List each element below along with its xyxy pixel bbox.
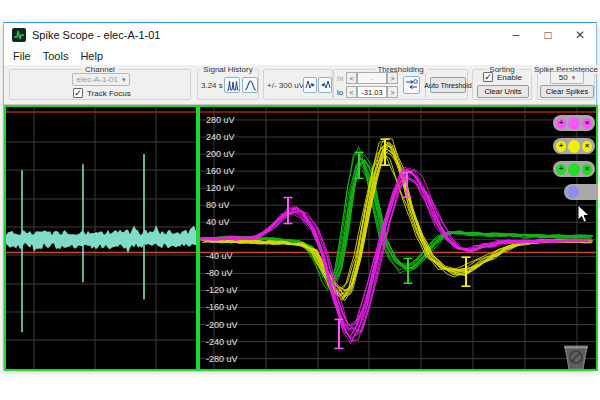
hi-threshold-increment[interactable]: > xyxy=(387,72,398,84)
y-axis-label: 120 uV xyxy=(206,183,235,193)
chevron-down-icon: ▾ xyxy=(122,76,126,84)
trash-icon[interactable] xyxy=(559,341,593,371)
range-decrease-button[interactable] xyxy=(303,77,317,93)
menu-file[interactable]: File xyxy=(10,48,40,64)
menu-bar: File Tools Help xyxy=(4,47,596,65)
sorting-enable-label: Enable xyxy=(497,73,522,82)
sorting-enable-checkbox[interactable]: ✓ Enable xyxy=(483,72,522,82)
chevron-down-icon: ▾ xyxy=(572,74,576,82)
app-icon xyxy=(12,28,26,42)
signal-history-group: Signal History 3.24 s xyxy=(197,69,259,100)
unit-1-add-button[interactable]: + xyxy=(556,118,566,129)
hi-threshold-field[interactable]: - xyxy=(357,72,387,84)
y-axis-label: 200 uV xyxy=(206,149,235,159)
toolbar: Channel elec-A-1-01 ▾ ✓ Track Focus Sign… xyxy=(4,65,596,105)
y-axis-label: -280 uV xyxy=(206,354,238,364)
menu-tools[interactable]: Tools xyxy=(40,48,78,64)
history-spikes-button[interactable] xyxy=(224,77,240,93)
lo-threshold-label: lo xyxy=(337,88,343,97)
unit-3-remove-button[interactable]: × xyxy=(582,164,592,175)
unit-2-add-button[interactable]: + xyxy=(556,141,566,152)
sorting-group: Sorting ✓ Enable Clear Units xyxy=(472,69,532,100)
wave-expand-icon xyxy=(320,79,331,91)
channel-selector-value: elec-A-1-01 xyxy=(77,75,118,84)
signal-history-duration: 3.24 s xyxy=(201,81,223,90)
spike-waveform-plot[interactable]: 280 uV240 uV200 uV160 uV120 uV80 uV40 uV… xyxy=(198,105,598,371)
spikes-icon xyxy=(226,79,239,92)
checkbox-check-icon: ✓ xyxy=(483,72,493,82)
wave-shrink-icon xyxy=(305,79,316,91)
y-axis-label: 160 uV xyxy=(206,166,235,176)
unit-2-selector-pill: +× xyxy=(553,138,595,154)
lo-threshold-increment[interactable]: > xyxy=(387,86,398,98)
display-range-value: +/- 300 uV xyxy=(267,81,304,90)
display-range-group: +/- 300 uV xyxy=(263,69,333,100)
mouse-cursor xyxy=(577,204,591,224)
y-axis-label: 40 uV xyxy=(206,217,230,227)
minimize-button[interactable]: – xyxy=(500,23,532,47)
y-axis-label: -200 uV xyxy=(206,320,238,330)
track-focus-label: Track Focus xyxy=(87,89,131,98)
y-axis-label: -120 uV xyxy=(206,285,238,295)
unit-3-selector-pill: +× xyxy=(553,161,595,177)
y-axis-label: 280 uV xyxy=(206,115,235,125)
window-title: Spike Scope - elec-A-1-01 xyxy=(32,29,160,41)
gaussian-icon xyxy=(244,79,257,92)
unit-1-selector-pill: +× xyxy=(553,115,595,131)
auto-threshold-button[interactable]: Auto Threshold xyxy=(430,77,466,93)
clear-spikes-button[interactable]: Clear Spikes xyxy=(540,85,594,98)
persistence-selector[interactable]: 50 ▾ xyxy=(550,71,584,84)
y-axis-label: -40 uV xyxy=(206,251,233,261)
threshold-zero-button[interactable] xyxy=(403,76,420,94)
y-axis-label: -240 uV xyxy=(206,337,238,347)
y-axis-label: -160 uV xyxy=(206,302,238,312)
checkbox-check-icon: ✓ xyxy=(73,88,83,98)
unit-1-remove-button[interactable]: × xyxy=(582,118,592,129)
thresholding-group: Thresholding hi < - > lo < -31.03 > Auto… xyxy=(333,69,468,100)
unit-3-add-button[interactable]: + xyxy=(556,164,566,175)
plot-area: 280 uV240 uV200 uV160 uV120 uV80 uV40 uV… xyxy=(4,105,598,371)
range-increase-button[interactable] xyxy=(318,77,332,93)
y-axis-label: -80 uV xyxy=(206,268,233,278)
persistence-value: 50 xyxy=(559,73,568,82)
arrows-zero-icon xyxy=(405,78,418,92)
spike-persistence-group: Spike Persistence 50 ▾ Clear Spikes xyxy=(537,69,595,100)
maximize-button[interactable]: □ xyxy=(532,23,564,47)
unit-2-remove-button[interactable]: × xyxy=(582,141,592,152)
unit-1-color-swatch xyxy=(568,117,580,130)
hi-threshold-label: hi xyxy=(337,74,343,83)
lo-threshold-field[interactable]: -31.03 xyxy=(357,86,387,98)
history-average-button[interactable] xyxy=(242,77,258,93)
title-bar[interactable]: Spike Scope - elec-A-1-01 – □ ✕ xyxy=(4,23,596,47)
unit-4-selector-pill xyxy=(564,184,598,200)
channel-selector[interactable]: elec-A-1-01 ▾ xyxy=(72,73,130,86)
close-button[interactable]: ✕ xyxy=(564,23,596,47)
unit-4-color-swatch[interactable] xyxy=(567,186,579,198)
lo-threshold-decrement[interactable]: < xyxy=(346,86,357,98)
hi-threshold-decrement[interactable]: < xyxy=(346,72,357,84)
signal-history-plot[interactable] xyxy=(4,105,198,371)
menu-help[interactable]: Help xyxy=(77,48,112,64)
track-focus-checkbox[interactable]: ✓ Track Focus xyxy=(73,88,131,98)
channel-group: Channel elec-A-1-01 ▾ ✓ Track Focus xyxy=(9,69,191,100)
clear-units-button[interactable]: Clear Units xyxy=(477,85,529,98)
unit-2-color-swatch xyxy=(568,140,580,153)
unit-3-color-swatch xyxy=(568,163,580,176)
spike-scope-window: Spike Scope - elec-A-1-01 – □ ✕ File Too… xyxy=(3,22,597,370)
y-axis-label: 80 uV xyxy=(206,200,230,210)
signal-history-group-title: Signal History xyxy=(200,65,255,74)
y-axis-label: 240 uV xyxy=(206,132,235,142)
